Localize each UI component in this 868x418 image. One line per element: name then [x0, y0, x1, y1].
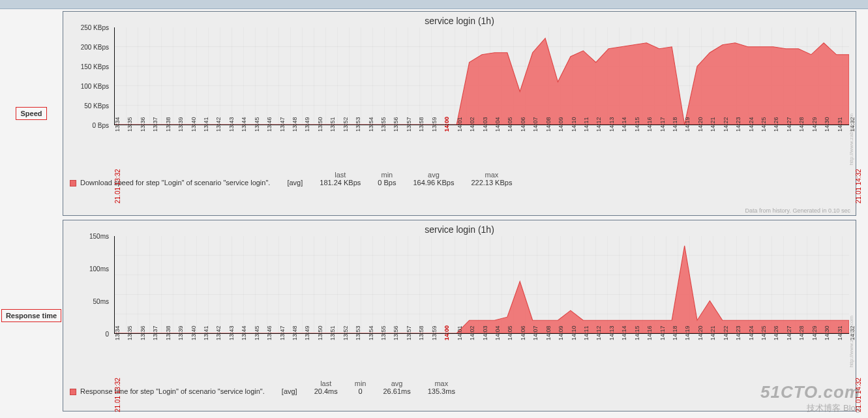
xtick: 13:49 — [304, 325, 310, 340]
xtick: 13:46 — [266, 325, 273, 340]
response-xaxis: 13:3413:3513:3613:3713:3813:3913:4013:41… — [114, 339, 849, 365]
xtick: 13:58 — [418, 325, 425, 340]
xtick: 14:07 — [532, 117, 539, 132]
xtick: 13:48 — [292, 325, 298, 340]
ylabel: 150 KBps — [81, 63, 109, 70]
xtick: 14:11 — [583, 117, 590, 132]
top-bar — [0, 0, 868, 9]
xtick: 14:22 — [723, 325, 729, 340]
xtick: 14:31 — [837, 325, 843, 340]
xtick: 13:54 — [368, 325, 374, 340]
xtick: 14:08 — [545, 325, 552, 340]
xtick: 14:15 — [634, 325, 640, 340]
stat-min-h: min — [355, 380, 367, 387]
xtick: 13:34 — [114, 117, 121, 132]
speed-legend-agg: [avg] — [287, 179, 303, 187]
xtick: 14:08 — [545, 117, 552, 132]
xtick: 13:42 — [215, 117, 222, 132]
xtick: 13:47 — [279, 325, 286, 340]
xtick: 13:53 — [355, 117, 361, 132]
ylabel: 100 KBps — [81, 83, 109, 90]
speed-chart-frame: service login (1h) 0 Bps50 KBps100 KBps1… — [63, 11, 856, 216]
xtick: 14:14 — [621, 325, 627, 340]
xtick: 14:29 — [811, 117, 818, 132]
speed-plot[interactable] — [114, 27, 849, 125]
xtick: 14:28 — [798, 325, 805, 340]
xtick: 13:41 — [203, 117, 209, 132]
legend-swatch-icon — [70, 180, 76, 187]
xtick: 13:45 — [254, 117, 260, 132]
xtick: 13:44 — [241, 117, 247, 132]
xtick: 14:05 — [507, 325, 513, 340]
xtick: 14:09 — [558, 117, 564, 132]
response-legend-text: Response time for step "Login" of scenar… — [80, 387, 265, 395]
stat-last-h: last — [314, 380, 338, 387]
xtick: 14:21 — [710, 325, 716, 340]
xtick: 13:52 — [342, 117, 349, 132]
xtick: 14:27 — [786, 325, 792, 340]
xtick: 14:04 — [494, 325, 501, 340]
ylabel: 200 KBps — [81, 44, 109, 51]
xtick: 14:31 — [837, 117, 843, 132]
xtick: 14:24 — [748, 117, 755, 132]
speed-box: Speed — [16, 107, 46, 120]
xtick: 13:40 — [190, 117, 197, 132]
response-chart-title: service login (1h) — [63, 220, 856, 236]
stat-max-h: max — [428, 380, 455, 387]
speed-start-time: 21.01 13:32 — [114, 169, 121, 203]
side-label-speed: Speed — [0, 9, 63, 218]
xtick: 13:43 — [228, 117, 235, 132]
xtick: 14:25 — [760, 117, 767, 132]
stat-avg-v: 26.61ms — [383, 387, 411, 395]
xtick: 13:56 — [393, 117, 399, 132]
ylabel: 50ms — [93, 298, 109, 305]
xtick: 13:59 — [431, 117, 438, 132]
xtick: 14:16 — [646, 325, 653, 340]
xtick: 13:57 — [406, 117, 412, 132]
xtick: 14:02 — [469, 325, 475, 340]
xtick: 14:17 — [659, 325, 666, 340]
xtick: 14:12 — [595, 325, 602, 340]
speed-footnote: Data from history. Generated in 0.10 sec — [745, 207, 850, 214]
xtick: 14:03 — [482, 325, 488, 340]
zabbix-link[interactable]: http://www.zabbix.com — [848, 113, 854, 166]
xtick: 14:19 — [684, 325, 691, 340]
xtick: 14:26 — [773, 117, 779, 132]
xtick: 13:37 — [152, 117, 158, 132]
stat-max-v: 222.13 KBps — [471, 179, 512, 187]
xtick: 14:12 — [595, 117, 602, 132]
xtick: 13:39 — [177, 117, 184, 132]
xtick: 14:28 — [798, 117, 805, 132]
response-legend: Response time for step "Login" of scenar… — [63, 377, 856, 399]
zabbix-link[interactable]: http://www.zabbix.com — [848, 316, 854, 368]
xtick: 13:40 — [190, 325, 197, 340]
xtick: 13:38 — [165, 117, 172, 132]
xtick: 14:07 — [532, 325, 539, 340]
stat-max-v: 135.3ms — [428, 387, 455, 395]
xtick: 14:05 — [507, 117, 513, 132]
response-box: Response time — [1, 309, 61, 322]
stat-avg-v: 164.96 KBps — [413, 179, 454, 187]
xtick: 13:35 — [127, 117, 133, 132]
side-label-response: Response time — [0, 218, 63, 413]
stat-min-h: min — [378, 171, 396, 179]
xtick: 14:09 — [558, 325, 564, 340]
xtick: 13:51 — [329, 325, 336, 340]
speed-end-time: 21.01 14:32 — [855, 169, 862, 203]
xtick: 13:43 — [228, 325, 235, 340]
xtick: 14:00 — [443, 325, 450, 340]
xtick: 13:46 — [266, 117, 273, 132]
xtick: 13:41 — [203, 325, 209, 340]
xtick: 13:42 — [215, 325, 222, 340]
stat-last-v: 20.4ms — [314, 387, 338, 395]
xtick: 14:01 — [456, 325, 463, 340]
xtick: 14:26 — [773, 325, 779, 340]
xtick: 14:11 — [583, 325, 590, 340]
response-plot[interactable] — [114, 236, 849, 334]
xtick: 14:23 — [735, 325, 741, 340]
xtick: 14:02 — [469, 117, 475, 132]
xtick: 14:30 — [824, 117, 830, 132]
xtick: 14:17 — [659, 117, 666, 132]
xtick: 14:06 — [520, 325, 526, 340]
stat-max-h: max — [471, 171, 512, 179]
